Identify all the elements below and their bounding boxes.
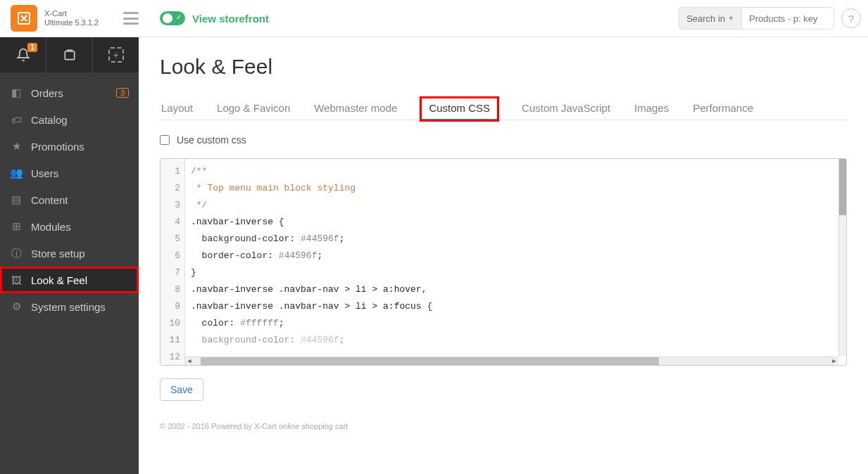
sidebar-item-catalog[interactable]: 🏷 Catalog bbox=[0, 106, 139, 133]
sidebar-iconbar: 1 + bbox=[0, 37, 139, 72]
scroll-right-icon[interactable]: ▶ bbox=[830, 357, 838, 366]
content-icon: ▤ bbox=[10, 193, 23, 206]
line-number: 6 bbox=[161, 248, 180, 264]
line-number: 12 bbox=[161, 349, 180, 366]
sidebar-item-label: Catalog bbox=[31, 114, 68, 126]
horizontal-scrollbar[interactable]: ◀ ▶ bbox=[185, 357, 838, 365]
sidebar-nav: ◧ Orders 3 🏷 Catalog ★ Promotions 👥 User… bbox=[0, 72, 139, 320]
use-custom-css-label: Use custom css bbox=[177, 134, 246, 146]
save-button[interactable]: Save bbox=[160, 378, 203, 401]
line-number: 7 bbox=[161, 264, 180, 281]
topbar: X-Cart Ultimate 5.3.1.2 ✓ View storefron… bbox=[0, 0, 868, 37]
tab-custom-javascript[interactable]: Custom JavaScript bbox=[520, 96, 612, 120]
line-number: 5 bbox=[161, 231, 180, 248]
svg-rect-1 bbox=[65, 51, 74, 60]
store-setup-icon: ⓘ bbox=[10, 247, 23, 260]
line-number: 4 bbox=[161, 214, 180, 231]
storefront-label: View storefront bbox=[192, 13, 269, 25]
tabs: Layout Logo & Favicon Webmaster mode Cus… bbox=[160, 96, 847, 120]
line-number: 10 bbox=[161, 315, 180, 332]
caret-down-icon: ▼ bbox=[728, 15, 734, 22]
sidebar: 1 + ◧ Orders 3 🏷 Catalog ★ Promotions 👥 … bbox=[0, 37, 139, 474]
brand-text: X-Cart Ultimate 5.3.1.2 bbox=[44, 9, 99, 27]
marketplace-icon[interactable] bbox=[46, 37, 92, 72]
footer-text: © 2002 - 2016 Powered by X-Cart online s… bbox=[160, 422, 847, 430]
notifications-icon[interactable]: 1 bbox=[0, 37, 46, 72]
tab-logo-favicon[interactable]: Logo & Favicon bbox=[215, 96, 291, 120]
sidebar-item-look-feel[interactable]: 🖼 Look & Feel bbox=[0, 267, 139, 293]
sidebar-item-orders[interactable]: ◧ Orders 3 bbox=[0, 79, 139, 106]
search-input[interactable] bbox=[742, 8, 834, 29]
sidebar-item-label: Users bbox=[31, 167, 58, 179]
line-number: 2 bbox=[161, 180, 180, 197]
line-gutter: 1 2 3 4 5 6 7 8 9 10 11 12 bbox=[161, 159, 185, 365]
line-number: 9 bbox=[161, 298, 180, 315]
users-icon: 👥 bbox=[10, 167, 23, 179]
sidebar-item-label: Orders bbox=[31, 87, 63, 99]
toggle-switch-icon[interactable]: ✓ bbox=[160, 11, 185, 25]
search-in-dropdown[interactable]: Search in ▼ bbox=[679, 8, 742, 29]
sidebar-item-label: System settings bbox=[31, 301, 106, 313]
use-custom-css-row[interactable]: Use custom css bbox=[160, 134, 847, 146]
orders-icon: ◧ bbox=[10, 87, 23, 99]
tab-performance[interactable]: Performance bbox=[691, 96, 755, 120]
orders-badge: 3 bbox=[116, 88, 129, 98]
line-number: 1 bbox=[161, 163, 180, 180]
tab-images[interactable]: Images bbox=[633, 96, 670, 120]
sidebar-item-label: Promotions bbox=[31, 141, 84, 153]
line-number: 8 bbox=[161, 281, 180, 298]
look-feel-icon: 🖼 bbox=[10, 274, 23, 286]
tab-webmaster-mode[interactable]: Webmaster mode bbox=[313, 96, 398, 120]
sidebar-item-modules[interactable]: ⊞ Modules bbox=[0, 213, 139, 240]
code-body[interactable]: /** * Top menu main block styling */ .na… bbox=[185, 159, 846, 365]
modules-icon: ⊞ bbox=[10, 220, 23, 233]
line-number: 11 bbox=[161, 332, 180, 349]
help-icon[interactable]: ? bbox=[841, 8, 861, 28]
notif-badge: 1 bbox=[27, 43, 37, 52]
catalog-icon: 🏷 bbox=[10, 113, 23, 126]
search-group: Search in ▼ bbox=[679, 7, 834, 30]
hamburger-icon[interactable] bbox=[123, 12, 139, 25]
sidebar-item-store-setup[interactable]: ⓘ Store setup bbox=[0, 240, 139, 267]
add-icon[interactable]: + bbox=[92, 37, 139, 72]
sidebar-item-label: Look & Feel bbox=[31, 274, 87, 286]
promotions-icon: ★ bbox=[10, 140, 23, 153]
sidebar-item-system-settings[interactable]: ⚙ System settings bbox=[0, 293, 139, 320]
sidebar-item-label: Content bbox=[31, 194, 68, 206]
brand-edition: Ultimate 5.3.1.2 bbox=[44, 18, 99, 27]
sidebar-item-users[interactable]: 👥 Users bbox=[0, 160, 139, 186]
code-editor[interactable]: 1 2 3 4 5 6 7 8 9 10 11 12 /** * Top men… bbox=[160, 158, 847, 366]
tab-custom-css[interactable]: Custom CSS bbox=[420, 96, 499, 122]
logo[interactable] bbox=[11, 5, 37, 32]
tab-layout[interactable]: Layout bbox=[160, 96, 194, 120]
line-number: 3 bbox=[161, 197, 180, 214]
sidebar-item-promotions[interactable]: ★ Promotions bbox=[0, 133, 139, 160]
storefront-toggle[interactable]: ✓ View storefront bbox=[160, 11, 269, 25]
search-in-label: Search in bbox=[686, 13, 725, 24]
topbar-right: Search in ▼ ? bbox=[679, 7, 861, 30]
sidebar-item-label: Store setup bbox=[31, 248, 85, 260]
vertical-scrollbar[interactable] bbox=[838, 159, 846, 357]
brand-name: X-Cart bbox=[44, 9, 99, 18]
sidebar-item-label: Modules bbox=[31, 221, 71, 233]
sidebar-item-content[interactable]: ▤ Content bbox=[0, 186, 139, 213]
main-content: Look & Feel Layout Logo & Favicon Webmas… bbox=[139, 37, 868, 474]
scroll-left-icon[interactable]: ◀ bbox=[185, 357, 194, 366]
page-title: Look & Feel bbox=[160, 55, 847, 79]
system-settings-icon: ⚙ bbox=[10, 300, 23, 313]
use-custom-css-checkbox[interactable] bbox=[160, 135, 170, 145]
